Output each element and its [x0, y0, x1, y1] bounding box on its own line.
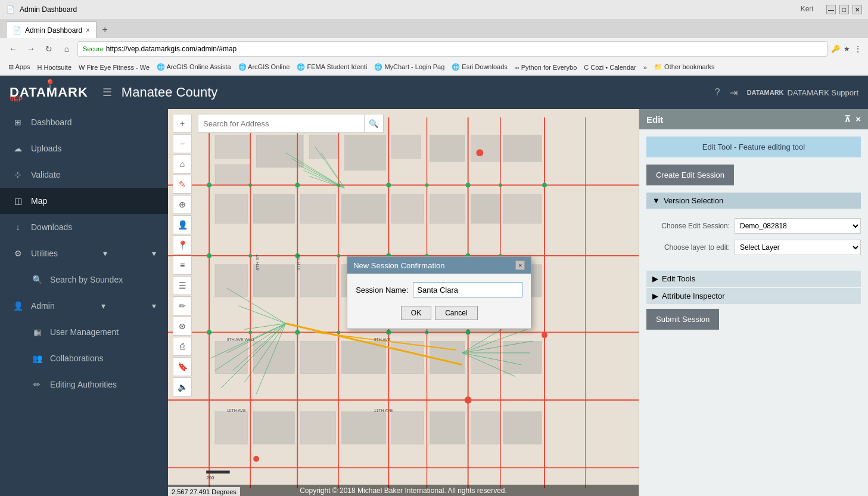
- maximize-button[interactable]: □: [839, 5, 849, 14]
- browser-chrome: 📄 Admin Dashboard Keri — □ ✕ 📄 Admin Das…: [0, 0, 868, 76]
- dialog-cancel-button[interactable]: Cancel: [435, 306, 477, 320]
- address-bar: ← → ↻ ⌂ Secure https://vep.datamarkgis.c…: [0, 38, 868, 60]
- bookmark-cozi[interactable]: C Cozi • Calendar: [581, 63, 639, 72]
- sidebar-label-collaborations: Collaborations: [50, 354, 104, 363]
- sidebar-item-map[interactable]: ◫ Map: [0, 188, 168, 214]
- secure-badge: Secure: [83, 45, 104, 52]
- page-title: Admin Dashboard: [20, 5, 77, 14]
- bookmark-hootsuite[interactable]: H Hootsuite: [35, 63, 74, 72]
- edit-tool-banner: Edit Tool - Feature editing tool: [646, 137, 861, 157]
- panel-collapse-icon[interactable]: ⊼: [844, 114, 851, 125]
- utilities-arrow: ▾: [103, 249, 107, 258]
- menu-toggle-icon[interactable]: ☰: [102, 86, 112, 99]
- submit-session-button[interactable]: Submit Session: [646, 309, 719, 330]
- panel-close-icon[interactable]: ×: [855, 114, 861, 125]
- bookmark-arcgis-assist[interactable]: 🌐 ArcGIS Online Assista: [154, 62, 234, 72]
- app-header: 📍 DATAMARK VEP ☰ Manatee County ? ⇥ DATA…: [0, 76, 868, 109]
- sidebar-item-utilities[interactable]: ⚙ Utilities ▾: [0, 240, 168, 266]
- bookmark-apps[interactable]: ⊞ Apps: [6, 62, 33, 72]
- star-icon[interactable]: ★: [844, 45, 850, 53]
- address-text: https://vep.datamarkgis.com/admin/#map: [106, 45, 237, 53]
- sidebar-label-uploads: Uploads: [31, 144, 61, 153]
- sidebar: ⊞ Dashboard ☁ Uploads ⊹ Validate ◫ Map ↓…: [0, 109, 168, 496]
- extensions-icon[interactable]: ⋮: [854, 44, 862, 54]
- attribute-inspector-section[interactable]: ▶ Attribute Inspector: [646, 288, 861, 304]
- sidebar-item-search-soundex[interactable]: 🔍 Search by Soundex: [0, 266, 168, 293]
- nav-back-button[interactable]: ←: [6, 42, 20, 56]
- sidebar-label-editing-authorities: Editing Authorities: [50, 380, 117, 389]
- choose-session-select[interactable]: Demo_082818: [735, 218, 861, 234]
- support-label: DATAMARK Support: [788, 88, 858, 97]
- minimize-button[interactable]: —: [826, 5, 836, 14]
- choose-layer-select[interactable]: Select Layer: [735, 240, 861, 255]
- admin-icon: 👤: [12, 301, 24, 311]
- bookmark-fema[interactable]: 🌐 FEMA Student Identi: [294, 62, 369, 72]
- map-container: 6TH ST 5TH ST 9TH AVE West 9TH AVE 10TH …: [168, 109, 639, 496]
- sidebar-item-collaborations[interactable]: 👥 Collaborations: [0, 345, 168, 371]
- version-selection-header[interactable]: ▼ Version Selection: [646, 193, 861, 209]
- sidebar-item-user-management[interactable]: ▦ User Management: [0, 319, 168, 345]
- panel-header-icons: ⊼ ×: [844, 114, 861, 125]
- bookmark-python[interactable]: ∞ Python for Everybo: [512, 63, 579, 72]
- header-actions: ? ⇥ DATAMARK DATAMARK Support: [715, 87, 858, 98]
- sidebar-label-user-management: User Management: [50, 327, 119, 337]
- sidebar-item-uploads[interactable]: ☁ Uploads: [0, 135, 168, 162]
- dialog-title-bar: New Session Confirmation ×: [347, 257, 531, 274]
- app-body: ⊞ Dashboard ☁ Uploads ⊹ Validate ◫ Map ↓…: [0, 109, 868, 496]
- create-edit-session-button[interactable]: Create Edit Session: [646, 165, 734, 185]
- version-selection-content: Choose Edit Session: Demo_082818 Choose …: [646, 213, 861, 266]
- bookmark-fireeye[interactable]: W Fire Eye Fitness - We: [76, 63, 152, 72]
- tab-favicon: 📄: [13, 26, 21, 35]
- tab-bar: 📄 Admin Dashboard × +: [0, 19, 868, 38]
- editing-authorities-icon: ✏: [31, 380, 43, 389]
- choose-layer-label: Choose layer to edit:: [646, 243, 730, 252]
- dashboard-icon: ⊞: [12, 117, 24, 127]
- sidebar-item-editing-authorities[interactable]: ✏ Editing Authorities: [0, 371, 168, 398]
- title-bar: 📄 Admin Dashboard Keri — □ ✕: [0, 0, 868, 19]
- sidebar-item-admin[interactable]: 👤 Admin ▾: [0, 293, 168, 319]
- bookmark-arcgis[interactable]: 🌐 ArcGIS Online: [236, 62, 293, 72]
- logo-pin-icon: 📍: [44, 79, 56, 90]
- session-name-row: Session Name:: [356, 282, 522, 297]
- downloads-icon: ↓: [12, 222, 24, 232]
- version-selection-label: Version Selection: [664, 196, 723, 205]
- sidebar-item-dashboard[interactable]: ⊞ Dashboard: [0, 109, 168, 135]
- logout-icon[interactable]: ⇥: [730, 87, 738, 98]
- dialog-buttons: OK Cancel: [356, 306, 522, 320]
- sidebar-item-validate[interactable]: ⊹ Validate: [0, 162, 168, 188]
- panel-content: Edit Tool - Feature editing tool Create …: [639, 129, 868, 496]
- choose-session-label: Choose Edit Session:: [646, 222, 730, 230]
- panel-title: Edit: [646, 114, 663, 125]
- key-icon: 🔑: [831, 45, 840, 53]
- nav-home-button[interactable]: ⌂: [60, 42, 74, 56]
- session-name-input[interactable]: [413, 282, 522, 297]
- active-tab[interactable]: 📄 Admin Dashboard ×: [6, 21, 97, 38]
- validate-icon: ⊹: [12, 170, 24, 179]
- new-session-dialog: New Session Confirmation × Session Name:…: [347, 256, 531, 329]
- user-management-icon: ▦: [31, 327, 43, 337]
- sidebar-label-validate: Validate: [31, 170, 61, 179]
- sidebar-label-search-soundex: Search by Soundex: [50, 275, 123, 284]
- address-field[interactable]: Secure https://vep.datamarkgis.com/admin…: [77, 41, 827, 57]
- right-panel: Edit ⊼ × Edit Tool - Feature editing too…: [639, 109, 868, 496]
- nav-forward-button[interactable]: →: [24, 42, 38, 56]
- dialog-close-button[interactable]: ×: [515, 261, 525, 270]
- help-icon[interactable]: ?: [715, 87, 720, 98]
- choose-session-row: Choose Edit Session: Demo_082818: [646, 218, 861, 234]
- dialog-ok-button[interactable]: OK: [401, 306, 431, 320]
- bookmark-esri[interactable]: 🌐 Esri Downloads: [449, 62, 509, 72]
- close-window-button[interactable]: ✕: [853, 5, 862, 14]
- tab-close-button[interactable]: ×: [86, 26, 90, 35]
- collaborations-icon: 👥: [31, 354, 43, 363]
- bookmark-other[interactable]: 📁 Other bookmarks: [652, 62, 717, 72]
- new-tab-button[interactable]: +: [97, 21, 113, 38]
- dialog-body: Session Name: OK Cancel: [347, 274, 531, 328]
- choose-layer-row: Choose layer to edit: Select Layer: [646, 240, 861, 255]
- bookmark-more[interactable]: »: [641, 63, 649, 72]
- admin-arrow: ▾: [101, 301, 105, 311]
- sidebar-item-downloads[interactable]: ↓ Downloads: [0, 214, 168, 240]
- edit-tools-section[interactable]: ▶ Edit Tools: [646, 271, 861, 287]
- bookmark-mychart[interactable]: 🌐 MyChart - Login Pag: [372, 62, 447, 72]
- nav-refresh-button[interactable]: ↻: [42, 42, 56, 56]
- edit-tools-label: Edit Tools: [662, 274, 695, 283]
